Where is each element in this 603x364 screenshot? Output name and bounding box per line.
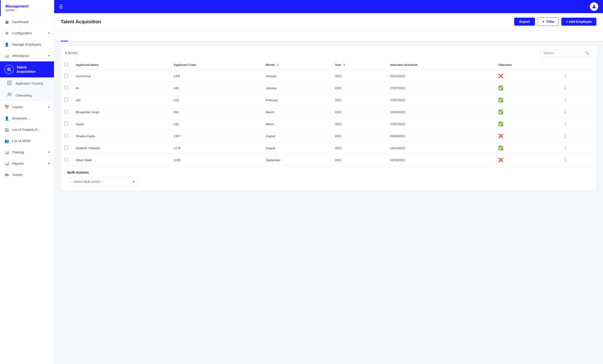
sidebar-item-training[interactable]: 📊 Training ▾ [0,147,54,158]
year-cell: 2022 [331,106,386,118]
sidebar: Management System ▦ Dashboard ⚙ Configur… [0,0,54,364]
sidebar-item-label: Reports [12,162,46,165]
row-checkbox-cell [61,82,72,94]
sidebar-item-label: List of Property D... [12,128,50,132]
interview-schedule-cell: 27/07/2022 [386,94,494,106]
property-icon: 🏢 [4,127,9,132]
selection-cell: ❌ [494,130,559,142]
menu-icon[interactable]: ☰ [59,4,63,10]
month-cell: February [262,94,331,106]
page-title: Talent Acquisition [61,19,101,24]
row-action-menu[interactable]: ⋮ [563,98,568,102]
row-action-menu[interactable]: ⋮ [563,86,568,90]
year-cell: 2022 [331,94,386,106]
manage-employees-icon: 👤 [4,42,9,47]
sidebar-item-label: Attendance [12,54,46,58]
header-month[interactable]: Month ⇅ [262,60,331,70]
header-actions: Export ▼ Filter + Add Employee [514,17,596,26]
sidebar-item-label: List of APAR [12,139,50,143]
interview-schedule-cell: 14/10/2022 [386,142,494,154]
row-checkbox-cell [61,106,72,118]
sort-year-icon: ⇅ [343,64,345,66]
sort-month-icon: ⇅ [277,64,279,66]
applicant-code-cell: A32 [170,94,262,106]
sidebar-item-tickets[interactable]: 🎟 Tickets [0,169,54,180]
sidebar-item-label: Tickets [12,173,50,177]
header-actions [559,60,596,70]
sidebar-item-dashboard[interactable]: ▦ Dashboard [0,16,54,28]
year-cell: 2021 [331,154,386,166]
row-checkbox[interactable] [65,158,68,161]
bulk-action-select[interactable]: -- Select Bulk Action -- ▾ [67,177,138,186]
row-checkbox-cell [61,118,72,130]
tab-main[interactable] [61,30,68,41]
selection-cell: ❌ [494,70,559,82]
row-checkbox[interactable] [65,146,68,149]
year-cell: 2022 [331,142,386,154]
sidebar-item-leaves[interactable]: 📅 Leaves ▾ [0,101,54,113]
bulk-actions: Bulk Actions -- Select Bulk Action -- ▾ [61,166,596,190]
sidebar-item-label: Leaves [12,105,46,109]
export-button[interactable]: Export [514,18,535,26]
sidebar-item-attendance[interactable]: 📊 Attendance ▾ [0,50,54,61]
row-action-menu[interactable]: ⋮ [563,158,568,162]
row-checkbox[interactable] [65,122,68,125]
filter-button[interactable]: ▼ Filter [538,17,558,26]
add-employee-button[interactable]: + Add Employee [561,18,596,26]
row-checkbox[interactable] [65,134,68,137]
actions-cell: ⋮ [559,118,596,130]
attendance-icon: 📊 [4,53,9,58]
main-content: ☰ Talent Acquisition Export ▼ Filter + A… [54,0,603,364]
selection-yes-icon: ✅ [498,98,503,102]
chevron-down-icon: ▾ [48,32,50,35]
applicant-name-cell: Shweta Gupta [72,130,170,142]
row-action-menu[interactable]: ⋮ [563,74,568,78]
applicant-name-cell: ush [72,94,170,106]
header-applicant-name: Applicant Name [72,60,170,70]
row-checkbox-cell [61,142,72,154]
application-tracking-icon [7,80,12,87]
select-all-checkbox[interactable] [65,63,68,66]
month-cell: January [262,70,331,82]
applicant-code-cell: A32 [170,118,262,130]
sidebar-subitem-onboarding[interactable]: Onboarding [0,89,54,101]
sidebar-subitem-application-tracking[interactable]: Application Tracking [0,77,54,89]
user-avatar[interactable] [590,2,598,11]
row-action-menu[interactable]: ⋮ [563,134,568,138]
row-checkbox[interactable] [65,86,68,89]
svg-point-8 [10,93,11,95]
leaves-icon: 📅 [4,104,9,110]
actions-cell: ⋮ [559,70,596,82]
sidebar-item-list-apar[interactable]: 👥 List of APAR [0,135,54,147]
onboarding-icon [7,92,12,99]
row-action-menu[interactable]: ⋮ [563,122,568,126]
sidebar-item-manage-employees[interactable]: 👤 Manage Employees [0,39,54,50]
table-row: Uttam Malik 1225 September 2021 01/09/20… [61,154,596,166]
row-checkbox[interactable] [65,110,68,113]
bulk-select-placeholder: -- Select Bulk Action -- [71,180,104,184]
row-action-menu[interactable]: ⋮ [563,110,568,114]
app-subtitle: System [5,9,49,12]
selection-no-icon: ❌ [498,158,503,162]
year-cell: 2022 [331,82,386,94]
svg-point-7 [8,93,10,95]
selection-yes-icon: ✅ [498,146,503,150]
filter-label: Filter [546,20,555,23]
selection-no-icon: ❌ [498,74,503,78]
sidebar-item-employee[interactable]: 👤 Employee... [0,113,54,124]
header-year[interactable]: Year ⇅ [331,60,386,70]
app-logo: Management System [0,0,54,16]
sidebar-item-reports[interactable]: 📊 Reports ▾ [0,158,54,169]
interview-schedule-cell: 27/07/2022 [386,118,494,130]
sidebar-item-talent-acquisition[interactable]: TalentAcquisition [0,61,54,77]
search-box: 🔍 [540,49,592,56]
applicant-code-cell: 1179 [170,142,262,154]
sidebar-item-configuration[interactable]: ⚙ Configuration ▾ [0,28,54,39]
applicant-code-cell: 1225 [170,154,262,166]
actions-cell: ⋮ [559,142,596,154]
row-checkbox[interactable] [65,98,68,101]
sidebar-item-list-property[interactable]: 🏢 List of Property D... [0,124,54,135]
row-action-menu[interactable]: ⋮ [563,146,568,150]
row-checkbox[interactable] [65,74,68,77]
search-input[interactable] [543,51,583,55]
